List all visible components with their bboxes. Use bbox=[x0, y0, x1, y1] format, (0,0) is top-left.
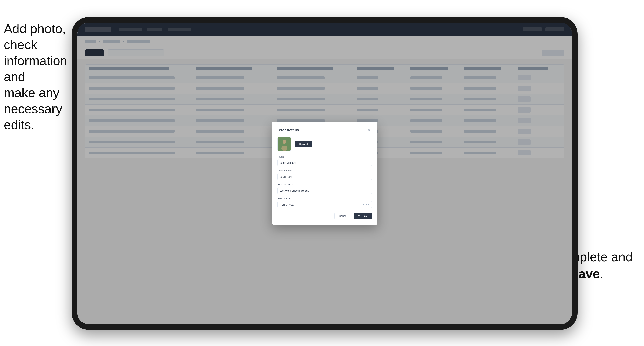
name-field-group: Name bbox=[278, 155, 372, 166]
name-input[interactable] bbox=[278, 159, 372, 166]
annotation-left-line1: Add photo, check bbox=[4, 21, 66, 52]
save-label: Save bbox=[362, 214, 368, 217]
annotation-left-line3: make any bbox=[4, 86, 60, 100]
cancel-button[interactable]: Cancel bbox=[334, 213, 352, 219]
screen-content: / / bbox=[78, 23, 572, 324]
user-photo-image bbox=[278, 137, 291, 151]
school-year-select[interactable]: First Year Second Year Third Year Fourth… bbox=[278, 201, 372, 208]
upload-photo-button[interactable]: Upload bbox=[295, 141, 312, 147]
save-button[interactable]: ⬆ Save bbox=[354, 213, 372, 219]
tablet-screen: / / bbox=[78, 23, 572, 324]
modal-header: User details × bbox=[278, 127, 372, 133]
modal-title: User details bbox=[278, 128, 299, 132]
display-name-label: Display name bbox=[278, 169, 372, 172]
annotation-left-line4: necessary edits. bbox=[4, 102, 62, 132]
svg-point-2 bbox=[282, 140, 286, 144]
email-field-group: Email address bbox=[278, 183, 372, 194]
photo-section: Upload bbox=[278, 137, 372, 151]
select-arrow-icon: ▲▼ bbox=[366, 203, 370, 206]
user-photo-thumbnail bbox=[278, 137, 291, 151]
school-year-field-group: School Year First Year Second Year Third… bbox=[278, 197, 372, 208]
save-icon: ⬆ bbox=[358, 214, 360, 217]
annotation-right-end: . bbox=[600, 266, 604, 281]
display-name-input[interactable] bbox=[278, 173, 372, 180]
display-name-field-group: Display name bbox=[278, 169, 372, 180]
annotation-left: Add photo, check information and make an… bbox=[4, 21, 68, 133]
select-icons: × ▲▼ bbox=[362, 203, 370, 206]
modal-overlay: User details × bbox=[78, 23, 572, 324]
email-label: Email address bbox=[278, 183, 372, 186]
select-clear-icon[interactable]: × bbox=[362, 203, 364, 206]
svg-point-3 bbox=[282, 146, 288, 151]
name-label: Name bbox=[278, 155, 372, 158]
modal-actions: Cancel ⬆ Save bbox=[278, 213, 372, 219]
modal-close-button[interactable]: × bbox=[366, 127, 372, 133]
tablet-shell: / / bbox=[72, 17, 578, 330]
school-year-select-wrapper: First Year Second Year Third Year Fourth… bbox=[278, 201, 372, 208]
email-input[interactable] bbox=[278, 187, 372, 194]
annotation-left-line2: information and bbox=[4, 53, 67, 84]
user-details-modal: User details × bbox=[272, 122, 378, 225]
school-year-label: School Year bbox=[278, 197, 372, 200]
